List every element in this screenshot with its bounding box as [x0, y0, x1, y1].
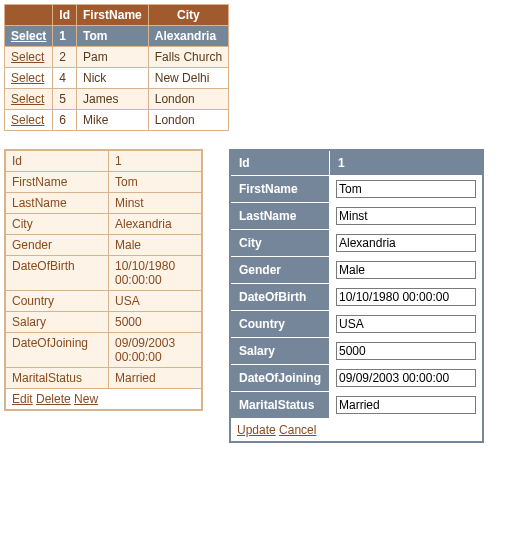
select-link[interactable]: Select [11, 50, 44, 64]
details-row: DateOfJoining09/09/200300:00:00 [5, 333, 202, 368]
editor-row: LastName [230, 203, 483, 230]
editor-row: Salary [230, 338, 483, 365]
edit-link[interactable]: Edit [12, 392, 33, 406]
editor-input-maritalstatus[interactable] [336, 396, 476, 414]
cell-city: London [148, 110, 228, 131]
details-row: FirstNameTom [5, 172, 202, 193]
select-link[interactable]: Select [11, 113, 44, 127]
editor-row: Gender [230, 257, 483, 284]
details-editor: Id 1 FirstNameLastNameCityGenderDateOfBi… [229, 149, 484, 443]
cell-city: Alexandria [148, 26, 228, 47]
editor-input-gender[interactable] [336, 261, 476, 279]
grid-row: Select6MikeLondon [5, 110, 229, 131]
cell-id: 5 [53, 89, 77, 110]
details-row: GenderMale [5, 235, 202, 256]
editor-input-city[interactable] [336, 234, 476, 252]
grid-header-id: Id [53, 5, 77, 26]
details-label: DateOfBirth [5, 256, 109, 291]
new-link[interactable]: New [74, 392, 98, 406]
details-row: MaritalStatusMarried [5, 368, 202, 389]
cell-id: 2 [53, 47, 77, 68]
cell-city: New Delhi [148, 68, 228, 89]
grid-header-firstname: FirstName [77, 5, 149, 26]
grid-row: Select4NickNew Delhi [5, 68, 229, 89]
details-row: CityAlexandria [5, 214, 202, 235]
details-value: Minst [109, 193, 203, 214]
details-row: Id1 [5, 150, 202, 172]
editor-row: DateOfBirth [230, 284, 483, 311]
editor-label: Country [230, 311, 330, 338]
grid-header-city: City [148, 5, 228, 26]
editor-id-row: Id 1 [230, 150, 483, 176]
details-value: 5000 [109, 312, 203, 333]
details-row: LastNameMinst [5, 193, 202, 214]
details-label: Country [5, 291, 109, 312]
editor-row: MaritalStatus [230, 392, 483, 419]
editor-row: FirstName [230, 176, 483, 203]
editor-label: Gender [230, 257, 330, 284]
editor-row: City [230, 230, 483, 257]
editor-label: Salary [230, 338, 330, 365]
editor-input-dateofjoining[interactable] [336, 369, 476, 387]
grid-row: Select1TomAlexandria [5, 26, 229, 47]
details-value: Alexandria [109, 214, 203, 235]
cell-firstname: Mike [77, 110, 149, 131]
select-link[interactable]: Select [11, 71, 44, 85]
editor-label: FirstName [230, 176, 330, 203]
editor-label: LastName [230, 203, 330, 230]
details-value: 10/10/198000:00:00 [109, 256, 203, 291]
cell-firstname: James [77, 89, 149, 110]
editor-input-dateofbirth[interactable] [336, 288, 476, 306]
delete-link[interactable]: Delete [36, 392, 71, 406]
editor-label: DateOfBirth [230, 284, 330, 311]
details-label: DateOfJoining [5, 333, 109, 368]
editor-row: Country [230, 311, 483, 338]
editor-input-salary[interactable] [336, 342, 476, 360]
details-value: USA [109, 291, 203, 312]
employees-grid: Id FirstName City Select1TomAlexandriaSe… [4, 4, 229, 131]
editor-label: City [230, 230, 330, 257]
cancel-link[interactable]: Cancel [279, 423, 316, 437]
details-label: MaritalStatus [5, 368, 109, 389]
editor-label: MaritalStatus [230, 392, 330, 419]
grid-row: Select5JamesLondon [5, 89, 229, 110]
cell-city: Falls Church [148, 47, 228, 68]
cell-id: 6 [53, 110, 77, 131]
details-actions-row: Edit Delete New [5, 389, 202, 411]
details-label: FirstName [5, 172, 109, 193]
details-label: LastName [5, 193, 109, 214]
details-row: Salary5000 [5, 312, 202, 333]
cell-id: 1 [53, 26, 77, 47]
details-row: DateOfBirth10/10/198000:00:00 [5, 256, 202, 291]
editor-label: DateOfJoining [230, 365, 330, 392]
editor-actions-row: Update Cancel [230, 419, 483, 443]
editor-row: DateOfJoining [230, 365, 483, 392]
cell-firstname: Nick [77, 68, 149, 89]
editor-input-firstname[interactable] [336, 180, 476, 198]
details-value: Tom [109, 172, 203, 193]
update-link[interactable]: Update [237, 423, 276, 437]
editor-input-lastname[interactable] [336, 207, 476, 225]
details-value: 09/09/200300:00:00 [109, 333, 203, 368]
details-row: CountryUSA [5, 291, 202, 312]
details-value: Married [109, 368, 203, 389]
details-view: Id1FirstNameTomLastNameMinstCityAlexandr… [4, 149, 203, 411]
grid-header-row: Id FirstName City [5, 5, 229, 26]
grid-row: Select2PamFalls Church [5, 47, 229, 68]
grid-header-select [5, 5, 53, 26]
details-label: City [5, 214, 109, 235]
details-value: 1 [109, 150, 203, 172]
details-label: Id [5, 150, 109, 172]
details-value: Male [109, 235, 203, 256]
cell-id: 4 [53, 68, 77, 89]
select-link[interactable]: Select [11, 29, 46, 43]
cell-firstname: Pam [77, 47, 149, 68]
cell-firstname: Tom [77, 26, 149, 47]
select-link[interactable]: Select [11, 92, 44, 106]
editor-id-label: Id [230, 150, 330, 176]
details-label: Gender [5, 235, 109, 256]
details-label: Salary [5, 312, 109, 333]
editor-input-country[interactable] [336, 315, 476, 333]
cell-city: London [148, 89, 228, 110]
editor-id-value: 1 [330, 150, 484, 176]
